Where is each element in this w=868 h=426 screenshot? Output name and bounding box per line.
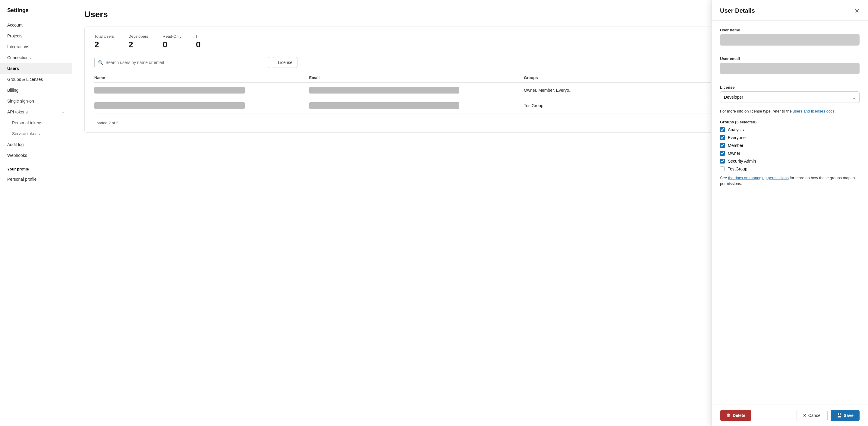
save-icon: 💾 [837, 413, 842, 418]
col-name: Name ↑ [94, 76, 309, 80]
sidebar-item-label-personal-tokens: Personal tokens [12, 120, 42, 125]
col-groups: Groups [524, 76, 739, 80]
profile-section-label: Your profile [0, 161, 72, 174]
group-testgroup[interactable]: TestGroup [720, 167, 860, 171]
sidebar-item-personal-profile[interactable]: Personal profile [0, 174, 72, 184]
sidebar-title: Settings [0, 7, 72, 20]
sidebar-item-account[interactable]: Account [0, 20, 72, 30]
sidebar-item-label-projects: Projects [7, 33, 23, 38]
sidebar-item-label-integrations: Integrations [7, 44, 29, 49]
license-label: License [720, 85, 860, 90]
stat-read-only: Read-Only 0 [163, 34, 181, 50]
row-2-groups: TestGroup [524, 103, 739, 108]
sort-arrow-icon: ↑ [106, 76, 108, 80]
panel-body: User name User email License Developer R… [712, 21, 868, 404]
stat-label-total: Total Users [94, 34, 114, 38]
permissions-note: See the docs on managing permissions for… [720, 175, 860, 187]
field-user-name: User name [720, 28, 860, 51]
panel-footer: 🗑 Delete ✕ Cancel 💾 Save [712, 404, 868, 426]
delete-button[interactable]: 🗑 Delete [720, 410, 751, 421]
license-info: For more info on license type, refer to … [720, 108, 860, 114]
x-icon: ✕ [803, 413, 807, 418]
sidebar-item-single-sign-on[interactable]: Single sign-on [0, 96, 72, 107]
sidebar-item-projects[interactable]: Projects [0, 30, 72, 41]
row-1-groups: Owner, Member, Everyo... [524, 88, 739, 93]
license-filter-button[interactable]: License [273, 57, 298, 68]
row-2-name [94, 102, 309, 109]
sidebar-item-groups-licenses[interactable]: Groups & Licenses [0, 74, 72, 85]
row-2-email [309, 102, 524, 109]
sidebar-item-billing[interactable]: Billing [0, 85, 72, 96]
col-email: Email [309, 76, 524, 80]
field-user-email: User email [720, 56, 860, 80]
group-owner[interactable]: Owner [720, 151, 860, 156]
sidebar-item-users[interactable]: Users [0, 63, 72, 74]
sidebar-item-label-users: Users [7, 66, 19, 71]
sidebar-item-label-api-tokens: API tokens [7, 110, 28, 114]
group-testgroup-checkbox[interactable] [720, 167, 725, 171]
sidebar-item-api-tokens[interactable]: API tokens ⌄ [0, 107, 72, 117]
save-button[interactable]: 💾 Save [831, 410, 860, 421]
user-details-panel: User Details ✕ User name User email Lice… [711, 0, 868, 426]
sidebar-item-label-groups-licenses: Groups & Licenses [7, 77, 43, 82]
group-security-admin[interactable]: Security Admin [720, 159, 860, 164]
sidebar-item-label-webhooks: Webhooks [7, 153, 27, 158]
field-license: License Developer Read-Only IT ⌄ [720, 85, 860, 103]
chevron-down-icon: ⌄ [62, 110, 65, 114]
sidebar-item-label-service-tokens: Service tokens [12, 131, 40, 136]
sidebar-item-connections[interactable]: Connections [0, 52, 72, 63]
stat-it: IT 0 [196, 34, 201, 50]
stat-total-users: Total Users 2 [94, 34, 114, 50]
permissions-docs-link[interactable]: the docs on managing permissions [728, 176, 789, 180]
search-icon: 🔍 [98, 60, 103, 65]
stat-value-total: 2 [94, 40, 114, 50]
sidebar-item-label-sso: Single sign-on [7, 98, 34, 104]
user-name-label: User name [720, 28, 860, 32]
sidebar-item-integrations[interactable]: Integrations [0, 41, 72, 52]
user-email-label: User email [720, 56, 860, 61]
sidebar-item-webhooks[interactable]: Webhooks [0, 150, 72, 161]
row-1-email [309, 87, 524, 93]
sidebar-item-label-billing: Billing [7, 88, 19, 93]
group-everyone-checkbox[interactable] [720, 135, 725, 140]
search-input-wrap: 🔍 [94, 57, 269, 68]
footer-right: ✕ Cancel 💾 Save [797, 410, 860, 421]
close-panel-button[interactable]: ✕ [855, 8, 860, 14]
row-1-name [94, 87, 309, 93]
cancel-button[interactable]: ✕ Cancel [797, 410, 828, 421]
panel-title: User Details [720, 7, 755, 14]
group-analysts-checkbox[interactable] [720, 127, 725, 132]
sidebar-item-label-account: Account [7, 23, 23, 27]
group-security-admin-checkbox[interactable] [720, 159, 725, 164]
stat-label-developers: Developers [128, 34, 148, 38]
group-member[interactable]: Member [720, 143, 860, 148]
group-analysts[interactable]: Analysts [720, 127, 860, 132]
search-input[interactable] [94, 57, 269, 68]
group-member-checkbox[interactable] [720, 143, 725, 148]
stat-value-developers: 2 [128, 40, 148, 50]
trash-icon: 🗑 [726, 413, 730, 418]
group-everyone[interactable]: Everyone [720, 135, 860, 140]
sidebar-item-personal-tokens[interactable]: Personal tokens [0, 117, 72, 128]
groups-label: Groups (5 selected) [720, 120, 860, 124]
group-owner-checkbox[interactable] [720, 151, 725, 156]
sidebar-item-service-tokens[interactable]: Service tokens [0, 128, 72, 139]
sidebar-item-label-audit-log: Audit log [7, 142, 24, 147]
license-select[interactable]: Developer Read-Only IT [720, 91, 860, 103]
stat-developers: Developers 2 [128, 34, 148, 50]
stat-label-read-only: Read-Only [163, 34, 181, 38]
sidebar-item-audit-log[interactable]: Audit log [0, 139, 72, 150]
user-name-input[interactable] [720, 34, 860, 46]
stat-value-read-only: 0 [163, 40, 181, 50]
panel-header: User Details ✕ [712, 0, 868, 21]
groups-list: Analysts Everyone Member Owner Security … [720, 127, 860, 171]
user-email-input[interactable] [720, 63, 860, 74]
license-select-wrap: Developer Read-Only IT ⌄ [720, 91, 860, 103]
stat-label-it: IT [196, 34, 201, 38]
stat-value-it: 0 [196, 40, 201, 50]
sidebar-item-label-personal-profile: Personal profile [7, 177, 36, 181]
sidebar-item-label-connections: Connections [7, 55, 31, 60]
sidebar: Settings Account Projects Integrations C… [0, 0, 72, 426]
license-docs-link[interactable]: users and licenses docs. [793, 109, 835, 113]
